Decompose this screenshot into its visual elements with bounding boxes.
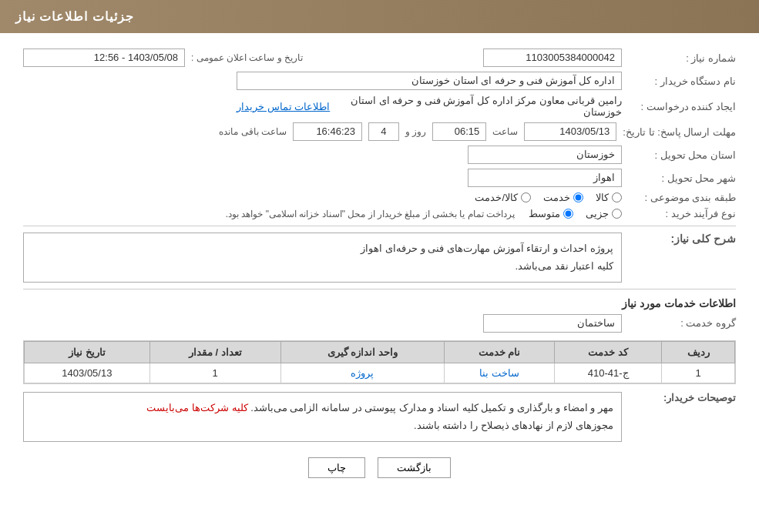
nave-jozi-radio[interactable] — [612, 209, 622, 219]
shomare-niaz-value: 1103005384000042 — [483, 49, 622, 67]
tabaqe-kala-khadamat-radio[interactable] — [521, 192, 531, 202]
page-header: جزئیات اطلاعات نیاز — [0, 0, 759, 33]
ijad-label: ایجاد کننده درخواست : — [628, 101, 736, 112]
cell-tarikh: 1403/05/13 — [25, 363, 150, 383]
grohe-khadamat-label: گروه خدمت : — [628, 317, 736, 329]
nave-farayand-radio-group: جزیی متوسط — [529, 208, 622, 219]
shahr-label: شهر محل تحویل : — [628, 172, 736, 184]
shomare-niaz-label: شماره نیاز : — [628, 52, 736, 64]
nave-jozi: جزیی — [586, 208, 622, 219]
rooz-value: 4 — [368, 122, 399, 141]
tabaqe-khadamat-radio[interactable] — [573, 192, 583, 202]
tabaqe-kala-khadamat-label: کالا/خدمت — [475, 192, 518, 203]
tabaqe-label: طبقه بندی موضوعی : — [628, 192, 736, 203]
cell-tedad: 1 — [149, 363, 280, 383]
cell-nam: ساخت بنا — [444, 363, 554, 383]
tosiye-line1: مهر و امضاء و بارگذاری و تکمیل کلیه اسنا… — [32, 399, 613, 417]
khadamat-section-title: اطلاعات خدمات مورد نیاز — [23, 297, 736, 309]
nave-farayand-label: نوع فرآیند خرید : — [628, 208, 736, 219]
tabaqe-khadamat: خدمت — [543, 192, 583, 203]
tosiye-red: کلیه شرکت‌ها می‌بایست — [146, 402, 247, 413]
tarikh-saat-label: تاریخ و ساعت اعلان عمومی : — [191, 52, 303, 63]
services-table: ردیف کد خدمت نام خدمت واحد اندازه گیری ت… — [24, 341, 735, 383]
tosiye-label: توصیحات خریدار: — [628, 392, 736, 403]
tabaqe-khadamat-label: خدمت — [543, 192, 570, 203]
shahr-value: اهواز — [468, 169, 622, 187]
sharh-koli-box: پروژه احداث و ارتقاء آموزش مهارت‌های فنی… — [23, 233, 622, 283]
tabaqe-kala-khadamat: کالا/خدمت — [475, 192, 531, 203]
col-radif: ردیف — [662, 341, 735, 363]
table-row: 1 ج-41-410 ساخت بنا پروژه 1 1403/05/13 — [25, 363, 735, 383]
grohe-khadamat-value: ساختمان — [483, 314, 622, 333]
mohlat-date: 1403/05/13 — [524, 122, 616, 141]
services-table-container: ردیف کد خدمت نام خدمت واحد اندازه گیری ت… — [23, 340, 736, 384]
divider-1 — [23, 226, 736, 226]
baghimande-value: 16:46:23 — [293, 122, 362, 141]
nam-khadamat-link[interactable]: ساخت بنا — [479, 367, 519, 379]
tosiye-box: مهر و امضاء و بارگذاری و تکمیل کلیه اسنا… — [23, 392, 622, 442]
sharh-koli-label: شرح کلی نیاز: — [628, 233, 736, 245]
cell-vahed: پروژه — [280, 363, 444, 383]
col-nam: نام خدمت — [444, 341, 554, 363]
divider-2 — [23, 289, 736, 289]
col-tarikh: تاریخ نیاز — [25, 341, 150, 363]
nam-dastgah-label: نام دستگاه خریدار : — [628, 75, 736, 87]
tosiye-normal: مهر و امضاء و بارگذاری و تکمیل کلیه اسنا… — [248, 402, 613, 413]
ostan-value: خوزستان — [468, 146, 622, 164]
tabaqe-radio-group: کالا خدمت کالا/خدمت — [475, 192, 622, 203]
nam-dastgah-value: اداره کل آموزش فنی و حرفه ای استان خوزست… — [237, 72, 622, 90]
ijad-value: رامین قربانی معاون مرکز اداره کل آموزش ف… — [336, 95, 622, 118]
button-row: بازگشت چاپ — [23, 457, 736, 478]
tarikh-saat-value: 1403/05/08 - 12:56 — [23, 49, 185, 67]
rooz-label: روز و — [405, 126, 426, 137]
saat-value: 06:15 — [432, 122, 486, 141]
cell-kod: ج-41-410 — [554, 363, 662, 383]
sharh-koli-line1: پروژه احداث و ارتقاء آموزش مهارت‌های فنی… — [32, 239, 613, 257]
contact-info-link[interactable]: اطلاعات تماس خریدار — [237, 101, 330, 112]
tabaqe-kala-label: کالا — [596, 192, 609, 203]
baghimande-label: ساعت باقی مانده — [219, 126, 287, 137]
ostan-label: استان محل تحویل : — [628, 149, 736, 161]
cell-radif: 1 — [662, 363, 735, 383]
farayand-note: پرداخت تمام یا بخشی از مبلغ خریدار از مح… — [226, 209, 515, 219]
nave-jozi-label: جزیی — [586, 208, 609, 219]
page-title: جزئیات اطلاعات نیاز — [15, 10, 134, 23]
mohlat-label: مهلت ارسال پاسخ: تا تاریخ: — [623, 126, 736, 138]
col-vahed: واحد اندازه گیری — [280, 341, 444, 363]
vahed-link[interactable]: پروژه — [351, 367, 374, 379]
print-button[interactable]: چاپ — [308, 457, 365, 478]
tosiye-line2: مجوزهای لازم از نهادهای ذیصلاح را داشته … — [32, 417, 613, 434]
col-tedad: تعداد / مقدار — [149, 341, 280, 363]
nave-motavasset-radio[interactable] — [563, 209, 573, 219]
nave-motavasset: متوسط — [529, 208, 573, 219]
sharh-koli-line2: کلیه اعتبار نقد می‌باشد. — [32, 257, 613, 275]
col-kod: کد خدمت — [554, 341, 662, 363]
saat-label: ساعت — [492, 126, 518, 137]
back-button[interactable]: بازگشت — [378, 457, 451, 478]
tabaqe-kala: کالا — [596, 192, 622, 203]
nave-motavasset-label: متوسط — [529, 208, 560, 219]
tabaqe-kala-radio[interactable] — [612, 192, 622, 202]
